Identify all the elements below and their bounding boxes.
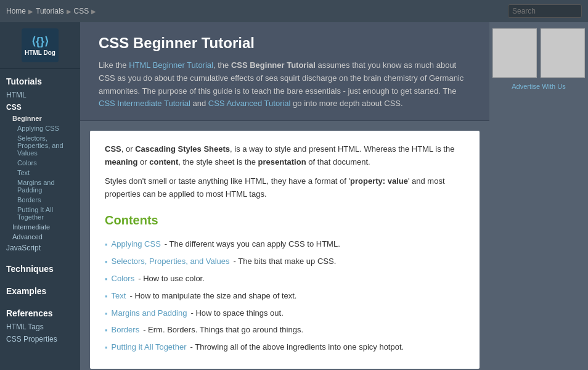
sidebar-item-beginner[interactable]: Beginner	[0, 113, 80, 123]
list-item: Text - How to manipulate the size and sh…	[105, 288, 465, 305]
sidebar-item-advanced[interactable]: Advanced	[0, 232, 80, 242]
list-item: Colors - How to use color.	[105, 271, 465, 288]
sidebar-item-javascript[interactable]: JavaScript	[0, 242, 80, 254]
contents-link-putting-together[interactable]: Putting it All Together	[112, 341, 187, 354]
sidebar-references-title: References	[0, 306, 80, 321]
css-intermediate-link[interactable]: CSS Intermediate Tutorial	[99, 99, 190, 108]
sidebar-item-borders[interactable]: Borders	[0, 195, 80, 205]
article-title: CSS Beginner Tutorial	[99, 35, 471, 52]
search-input[interactable]	[508, 4, 582, 18]
article-intro: Like the HTML Beginner Tutorial, the CSS…	[99, 59, 471, 110]
list-item: Margins and Padding - How to space thing…	[105, 305, 465, 323]
list-item: Selectors, Properties, and Values - The …	[105, 253, 465, 271]
logo-area: ⟨{}⟩ HTML Dog	[0, 22, 80, 69]
sidebar-section-examples: Examples	[0, 279, 80, 301]
list-item: Borders - Erm. Borders. Things that go a…	[105, 322, 465, 339]
body-p2: Styles don't smell or taste anything lik…	[105, 175, 465, 201]
contents-heading: Contents	[105, 210, 465, 230]
advertise-link[interactable]: Advertise With Us	[512, 83, 565, 90]
presentation-bold: presentation	[258, 157, 306, 166]
body-p1: CSS, or Cascading Styles Sheets, is a wa…	[105, 143, 465, 169]
css-label: CSS	[105, 144, 121, 154]
list-item: Putting it All Together - Throwing all o…	[105, 339, 465, 356]
sidebar-item-applying-css[interactable]: Applying CSS	[0, 123, 80, 133]
ad-box-1	[492, 28, 537, 78]
breadcrumb-tutorials[interactable]: Tutorials	[36, 7, 64, 15]
main-content: CSS Beginner Tutorial Like the HTML Begi…	[80, 22, 489, 370]
sidebar-item-html[interactable]: HTML	[0, 89, 80, 101]
breadcrumb-home[interactable]: Home	[6, 7, 26, 15]
intro-text-1: Like the	[99, 60, 129, 70]
list-item: Applying CSS - The different ways you ca…	[105, 236, 465, 253]
contents-link-applying-css[interactable]: Applying CSS	[112, 238, 161, 251]
contents-desc-1: - The different ways you can apply CSS t…	[165, 238, 340, 251]
html-beginner-link[interactable]: HTML Beginner Tutorial	[129, 60, 213, 70]
sidebar-item-css-properties[interactable]: CSS Properties	[0, 333, 80, 345]
right-sidebar: Advertise With Us	[489, 22, 588, 370]
contents-link-borders[interactable]: Borders	[112, 324, 140, 337]
sidebar-section-techniques: Techniques	[0, 257, 80, 279]
sidebar-item-margins[interactable]: Margins and Padding	[0, 178, 80, 195]
contents-link-margins[interactable]: Margins and Padding	[112, 307, 187, 320]
main-layout: ⟨{}⟩ HTML Dog Tutorials HTML CSS Beginne…	[0, 22, 588, 370]
contents-desc-4: - How to manipulate the size and shape o…	[129, 290, 296, 303]
css-full-name: Cascading Styles Sheets	[135, 144, 230, 154]
contents-desc-6: - Erm. Borders. Things that go around th…	[143, 324, 303, 337]
breadcrumb-sep-2: ▶	[67, 8, 71, 15]
top-bar: Home ▶ Tutorials ▶ CSS ▶	[0, 0, 588, 22]
contents-link-selectors[interactable]: Selectors, Properties, and Values	[112, 255, 230, 268]
sidebar-section-references: References HTML Tags CSS Properties	[0, 301, 80, 348]
sidebar-examples-title: Examples	[0, 284, 80, 298]
ad-box-2	[541, 28, 585, 78]
sidebar-item-colors[interactable]: Colors	[0, 158, 80, 168]
sidebar-tutorials-title: Tutorials	[0, 74, 80, 89]
contents-link-text[interactable]: Text	[112, 290, 126, 303]
sidebar-section-tutorials: Tutorials HTML CSS Beginner Applying CSS…	[0, 69, 80, 257]
logo: ⟨{}⟩ HTML Dog	[22, 28, 59, 62]
contents-list: Applying CSS - The different ways you ca…	[105, 236, 465, 356]
sidebar: ⟨{}⟩ HTML Dog Tutorials HTML CSS Beginne…	[0, 22, 80, 370]
contents-desc-5: - How to space things out.	[190, 307, 283, 320]
content-bold: content	[149, 157, 178, 166]
contents-desc-7: - Throwing all of the above ingredients …	[190, 341, 404, 354]
property-value-bold: property: value	[350, 176, 408, 186]
contents-link-colors[interactable]: Colors	[112, 273, 135, 286]
intro-text-3: and	[190, 99, 208, 108]
article-body: CSS, or Cascading Styles Sheets, is a wa…	[90, 131, 480, 369]
article-header: CSS Beginner Tutorial Like the HTML Begi…	[80, 22, 489, 121]
css-advanced-link[interactable]: CSS Advanced Tutorial	[208, 99, 291, 108]
contents-section: Contents Applying CSS - The different wa…	[105, 210, 465, 356]
breadcrumb: Home ▶ Tutorials ▶ CSS ▶	[6, 7, 508, 15]
logo-icon: ⟨{}⟩	[31, 35, 49, 48]
contents-desc-3: - How to use color.	[138, 273, 205, 286]
logo-text: HTML Dog	[25, 49, 55, 56]
sidebar-item-intermediate[interactable]: Intermediate	[0, 222, 80, 232]
sidebar-techniques-title: Techniques	[0, 261, 80, 276]
breadcrumb-css[interactable]: CSS	[74, 7, 89, 15]
breadcrumb-sep-1: ▶	[28, 8, 33, 15]
intro-text-4: go into more depth about CSS.	[290, 99, 402, 108]
sidebar-item-html-tags[interactable]: HTML Tags	[0, 321, 80, 333]
breadcrumb-sep-3: ▶	[91, 8, 96, 15]
contents-desc-2: - The bits that make up CSS.	[234, 255, 337, 268]
sidebar-item-css[interactable]: CSS	[0, 101, 80, 113]
ad-row	[492, 28, 585, 78]
sidebar-item-selectors[interactable]: Selectors, Properties, and Values	[0, 133, 80, 158]
meaning-bold: meaning	[105, 157, 137, 166]
sidebar-item-text[interactable]: Text	[0, 168, 80, 178]
sidebar-item-putting-together[interactable]: Putting It All Together	[0, 205, 80, 222]
content-area: CSS Beginner Tutorial Like the HTML Begi…	[80, 22, 588, 370]
